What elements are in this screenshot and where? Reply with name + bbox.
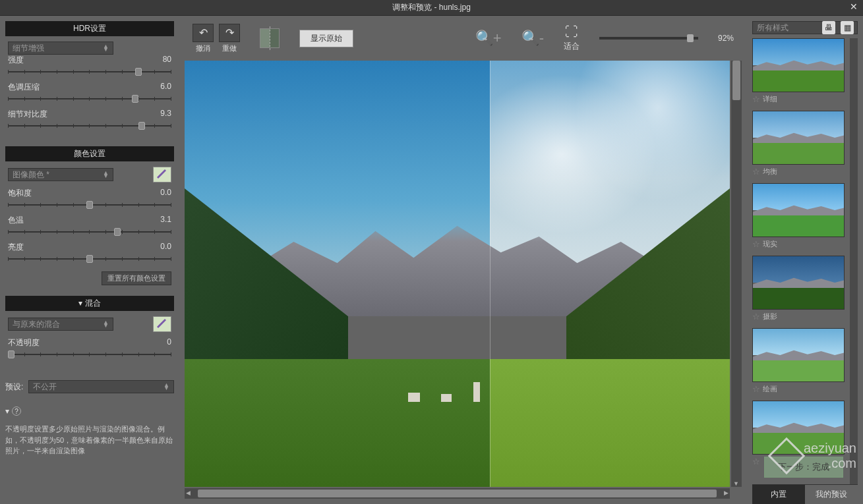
slider-value: 80: [163, 55, 171, 66]
star-icon[interactable]: ☆: [752, 384, 760, 394]
color-1-slider: 色温 3.1: [8, 215, 171, 237]
title-bar: 调整和预览 - hunls.jpg ✕: [0, 0, 863, 16]
zoom-slider[interactable]: [599, 37, 698, 40]
slider-value: 3.1: [160, 215, 171, 226]
left-panel: HDR设置 细节增强 ▲▼ 强度 80 色调压缩 6.0: [0, 16, 179, 504]
compare-split-button[interactable]: [260, 28, 280, 48]
hdr-mode-select[interactable]: 细节增强 ▲▼: [8, 42, 113, 55]
color-mode-select[interactable]: 图像颜色 * ▲▼: [8, 168, 113, 181]
preset-thumbnail: [752, 328, 845, 382]
zoom-value: 92%: [718, 34, 734, 43]
slider-label: 饱和度: [8, 188, 32, 199]
blend-slider: 不透明度 0: [8, 337, 171, 359]
preset-item[interactable]: ☆: [752, 401, 858, 466]
blend-panel: ▾ 混合 与原来的混合 ▲▼ 不透明度 0: [5, 296, 174, 370]
updown-icon: ▲▼: [103, 321, 109, 327]
color-panel: 颜色设置 图像颜色 * ▲▼ 饱和度 0.0: [5, 146, 174, 291]
preset-name: 绘画: [763, 384, 777, 394]
slider-value: 0.0: [160, 188, 171, 199]
blend-mode-select[interactable]: 与原来的混合 ▲▼: [8, 318, 113, 331]
tab-builtin[interactable]: 内置: [752, 485, 805, 504]
slider-label: 不透明度: [8, 337, 40, 349]
presets-scrollbar[interactable]: [850, 38, 858, 484]
slider-track[interactable]: [8, 200, 171, 210]
show-original-button[interactable]: 显示原始: [299, 30, 353, 47]
reset-color-button[interactable]: 重置所有颜色设置: [102, 271, 171, 285]
slider-track[interactable]: [8, 94, 171, 103]
window-title: 调整和预览 - hunls.jpg: [392, 2, 471, 13]
horizontal-scrollbar[interactable]: [185, 488, 730, 499]
grid-view-icon[interactable]: ▦: [841, 21, 854, 34]
fit-icon: ⛶: [565, 24, 578, 40]
preset-label: 预设:: [5, 381, 23, 393]
star-icon[interactable]: ☆: [752, 312, 760, 322]
zoom-in-icon[interactable]: 🔍+: [475, 30, 502, 47]
preset-name: 摄影: [763, 312, 777, 322]
slider-value: 6.0: [160, 82, 171, 93]
star-icon[interactable]: ☆: [752, 457, 760, 466]
preset-name: 现实: [763, 239, 777, 249]
tab-mine[interactable]: 我的预设: [805, 485, 858, 504]
updown-icon: ▲▼: [164, 383, 169, 390]
hdr-panel: HDR设置 细节增强 ▲▼ 强度 80 色调压缩 6.0: [5, 21, 174, 141]
star-icon[interactable]: ☆: [752, 239, 760, 249]
slider-label: 色温: [8, 215, 24, 226]
slider-track[interactable]: [8, 254, 171, 264]
hdr-1-slider: 色调压缩 6.0: [8, 82, 171, 103]
slider-track[interactable]: [8, 121, 171, 130]
slider-track[interactable]: [8, 227, 171, 237]
close-icon[interactable]: ✕: [850, 1, 858, 12]
preset-item[interactable]: ☆ 摄影: [752, 256, 858, 322]
preset-item[interactable]: ☆ 均衡: [752, 111, 858, 177]
preset-tabs: 内置 我的预设: [752, 484, 858, 504]
redo-button[interactable]: ↷ 重做: [219, 24, 240, 53]
undo-icon: ↶: [193, 24, 214, 42]
color-0-slider: 饱和度 0.0: [8, 188, 171, 210]
hdr-title: HDR设置: [5, 21, 174, 36]
slider-label: 亮度: [8, 242, 24, 253]
chevron-down-icon: ▾: [5, 406, 9, 416]
slider-track[interactable]: [8, 67, 171, 76]
fit-button[interactable]: ⛶ 适合: [564, 24, 580, 52]
star-icon[interactable]: ☆: [752, 94, 760, 104]
help-icon: ?: [12, 406, 21, 416]
preset-name: 均衡: [763, 167, 777, 177]
star-icon[interactable]: ☆: [752, 167, 760, 177]
blend-picker-button[interactable]: [153, 316, 171, 332]
preset-item[interactable]: ☆ 绘画: [752, 328, 858, 394]
hdr-0-slider: 强度 80: [8, 55, 171, 76]
toolbar: ↶ 撤消 ↷ 重做 显示原始 🔍+ 🔍- ⛶ 适合 92%: [179, 16, 747, 61]
slider-label: 色调压缩: [8, 82, 40, 93]
print-icon[interactable]: 🖶: [822, 21, 835, 34]
right-panel: 所有样式 ▲▼ ☆ 详细 ☆ 均衡 ☆ 现实: [747, 16, 863, 504]
slider-value: 9.3: [160, 109, 171, 120]
slider-value: 0: [167, 337, 171, 349]
presets-list: ☆ 详细 ☆ 均衡 ☆ 现实 ☆ 摄影: [752, 38, 858, 484]
updown-icon: ▲▼: [103, 171, 109, 178]
blend-title[interactable]: ▾ 混合: [5, 296, 174, 311]
preset-name: 详细: [763, 94, 777, 104]
preset-item[interactable]: ☆ 详细: [752, 38, 858, 104]
canvas-wrap: [185, 61, 742, 499]
chevron-down-icon: ▾: [78, 298, 84, 308]
redo-icon: ↷: [219, 24, 240, 42]
color-picker-button[interactable]: [153, 167, 171, 182]
undo-button[interactable]: ↶ 撤消: [193, 24, 214, 53]
color-2-slider: 亮度 0.0: [8, 242, 171, 264]
preset-select[interactable]: 不公开 ▲▼: [28, 380, 174, 393]
preset-row: 预设: 不公开 ▲▼: [5, 380, 174, 393]
preset-item[interactable]: ☆ 现实: [752, 183, 858, 249]
slider-label: 细节对比度: [8, 109, 47, 120]
slider-value: 0.0: [160, 242, 171, 253]
vertical-scrollbar[interactable]: [731, 61, 742, 487]
center-area: ↶ 撤消 ↷ 重做 显示原始 🔍+ 🔍- ⛶ 适合 92%: [179, 16, 747, 504]
slider-track[interactable]: [8, 350, 171, 359]
preset-thumbnail: [752, 256, 845, 310]
preset-thumbnail: [752, 401, 845, 455]
updown-icon: ▲▼: [103, 45, 109, 51]
preset-thumbnail: [752, 183, 845, 237]
help-toggle[interactable]: ▾ ?: [5, 406, 174, 416]
zoom-out-icon[interactable]: 🔍-: [521, 30, 544, 47]
image-canvas[interactable]: [185, 61, 730, 487]
preset-thumbnail: [752, 38, 845, 92]
